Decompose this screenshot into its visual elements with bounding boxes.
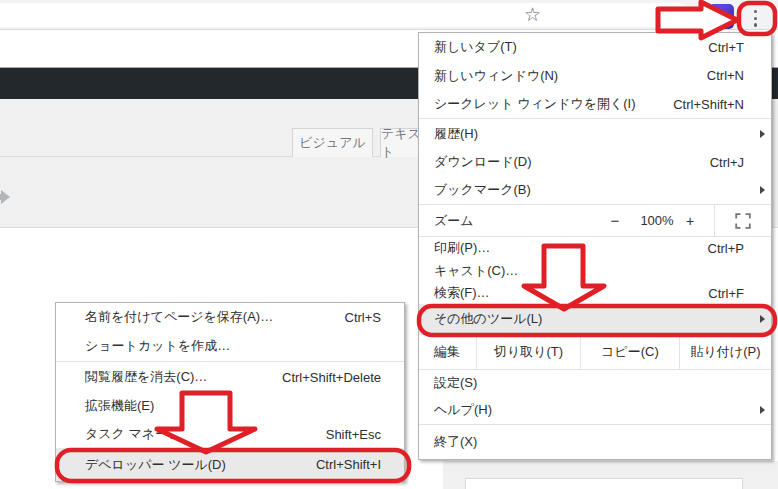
menu-item-zoom: ズーム − 100% +	[419, 205, 771, 236]
submenu-item-clear-browsing-data[interactable]: 閲覧履歴を消去(C)…Ctrl+Shift+Delete	[56, 362, 404, 392]
cut-button[interactable]: 切り取り(T)	[476, 335, 580, 369]
menu-item-edit-row: 編集 切り取り(T) コピー(C) 貼り付け(P)	[419, 335, 771, 369]
submenu-item-developer-tools[interactable]: デベロッパー ツール(D)Ctrl+Shift+I	[56, 448, 404, 481]
redo-arrow-icon[interactable]	[0, 190, 16, 204]
submenu-arrow-icon	[760, 130, 765, 138]
fullscreen-button[interactable]	[715, 213, 771, 229]
browser-toolbar: ☆	[0, 0, 778, 30]
submenu-item-save-page[interactable]: 名前を付けてページを保存(A)…Ctrl+S	[56, 303, 404, 331]
more-tools-submenu: 名前を付けてページを保存(A)…Ctrl+S ショートカットを作成… 閲覧履歴を…	[55, 302, 405, 482]
tab-visual[interactable]: ビジュアル	[292, 128, 373, 157]
page-background-patch	[443, 461, 778, 489]
submenu-item-task-manager[interactable]: タスク マネージャShift+Esc	[56, 420, 404, 448]
submenu-item-create-shortcut[interactable]: ショートカットを作成…	[56, 331, 404, 361]
extension-icon[interactable]	[709, 4, 734, 29]
submenu-arrow-icon	[760, 186, 765, 194]
menu-item-history[interactable]: 履歴(H)	[419, 119, 771, 148]
menu-item-new-window[interactable]: 新しいウィンドウ(N)Ctrl+N	[419, 61, 771, 90]
content-box	[465, 478, 743, 489]
zoom-level-value: 100%	[634, 213, 680, 228]
submenu-item-extensions[interactable]: 拡張機能(E)	[56, 392, 404, 420]
bookmark-star-icon[interactable]: ☆	[524, 1, 541, 28]
zoom-in-button[interactable]: +	[680, 213, 700, 229]
zoom-out-button[interactable]: −	[596, 212, 634, 229]
fullscreen-icon	[735, 213, 751, 229]
menu-item-exit[interactable]: 終了(X)	[419, 425, 771, 459]
menu-item-find[interactable]: 検索(F)…Ctrl+F	[419, 282, 771, 304]
address-bar[interactable]	[0, 3, 690, 27]
copy-button[interactable]: コピー(C)	[580, 335, 679, 369]
menu-item-downloads[interactable]: ダウンロード(D)Ctrl+J	[419, 148, 771, 176]
browser-menu-button[interactable]	[754, 10, 757, 27]
menu-item-bookmarks[interactable]: ブックマーク(B)	[419, 176, 771, 204]
menu-item-settings[interactable]: 設定(S)	[419, 370, 771, 396]
paste-button[interactable]: 貼り付け(P)	[679, 335, 771, 369]
submenu-arrow-icon	[760, 406, 765, 414]
menu-item-help[interactable]: ヘルプ(H)	[419, 396, 771, 424]
browser-main-menu: 新しいタブ(T)Ctrl+T 新しいウィンドウ(N)Ctrl+N シークレット …	[418, 32, 772, 460]
menu-item-more-tools[interactable]: その他のツール(L)	[419, 304, 771, 334]
menu-item-print[interactable]: 印刷(P)…Ctrl+P	[419, 237, 771, 259]
menu-item-new-tab[interactable]: 新しいタブ(T)Ctrl+T	[419, 33, 771, 61]
edit-label: 編集	[419, 335, 476, 369]
menu-item-cast[interactable]: キャスト(C)…	[419, 259, 771, 282]
menu-item-incognito[interactable]: シークレット ウィンドウを開く(I)Ctrl+Shift+N	[419, 90, 771, 118]
submenu-arrow-icon	[760, 315, 765, 323]
